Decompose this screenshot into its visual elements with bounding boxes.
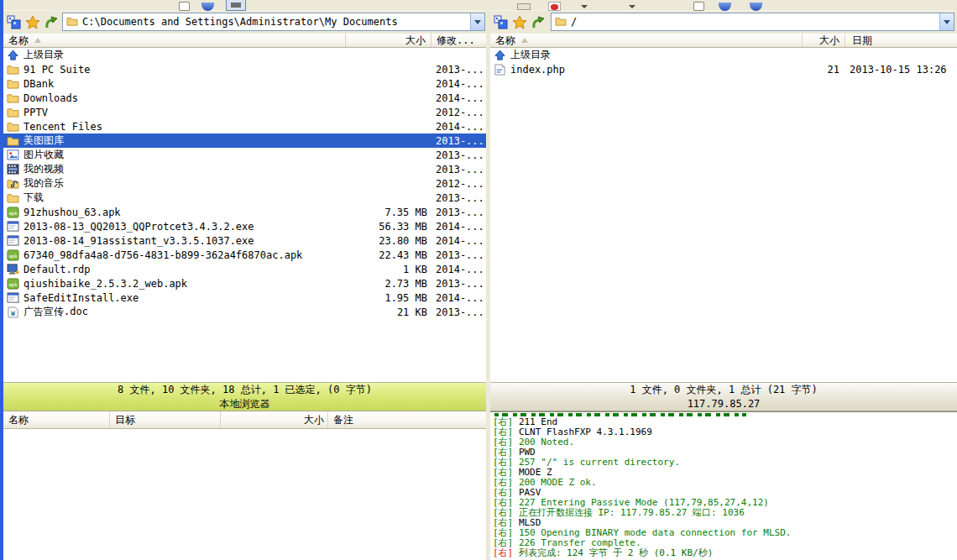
column-header-modified[interactable]: 修改...	[431, 34, 486, 47]
file-row[interactable]: 上级目录	[3, 48, 486, 62]
file-row[interactable]: DBank2014-...	[3, 76, 486, 91]
file-row[interactable]: 我的音乐2012-...	[3, 176, 486, 191]
queue-header-note[interactable]: 备注	[328, 411, 486, 428]
file-date: 2013-...	[436, 149, 486, 161]
file-row[interactable]: apk67340_98dfa4a8-d756-4831-b899-362a4f6…	[3, 248, 486, 262]
file-row[interactable]: 2013-08-13_QQ2013_QQProtcet3.4.3.2.exe56…	[3, 219, 486, 233]
file-size: 21 KB	[355, 306, 427, 318]
column-header-size[interactable]: 大小	[346, 34, 431, 47]
local-path[interactable]: C:\Documents and Settings\Administrator\…	[82, 16, 467, 28]
file-name: 67340_98dfa4a8-d756-4831-b899-362a4f6870…	[24, 249, 355, 261]
log-message: 正在打开数据连接 IP: 117.79.85.27 端口: 1036	[519, 507, 745, 518]
chevron-down-icon	[474, 20, 481, 24]
file-row[interactable]: apkqiushibaike_2.5.3.2_web.apk2.73 MB201…	[3, 276, 486, 290]
toolbar-button-pressed-partial[interactable]	[226, 0, 246, 11]
chevron-down-icon[interactable]	[629, 5, 635, 8]
file-size: 1.95 MB	[355, 292, 427, 304]
column-header-name[interactable]: 名称	[3, 34, 346, 47]
toolbar-button-partial-icon[interactable]	[750, 3, 762, 11]
file-row[interactable]: 上级目录	[490, 48, 957, 62]
queue-header-name[interactable]: 名称	[3, 411, 110, 428]
favorites-star-icon[interactable]	[25, 15, 40, 29]
exe-icon	[6, 234, 20, 247]
file-row[interactable]: 图片收藏2013-...	[3, 148, 486, 162]
file-row[interactable]: index.php212013-10-15 13:26	[490, 62, 957, 76]
file-row[interactable]: Tencent Files2014-...	[3, 119, 486, 133]
remote-status-host: 117.79.85.27	[490, 397, 957, 411]
file-name: 上级目录	[510, 48, 772, 62]
log-line: [右] 200 Noted.	[493, 437, 957, 447]
file-date: 2012-...	[436, 107, 486, 118]
remote-status-bar: 1 文件, 0 文件夹, 1 总计 (21 字节) 117.79.85.27	[490, 382, 957, 411]
file-date: 2014-...	[436, 221, 486, 233]
file-name: 广告宣传.doc	[24, 305, 355, 319]
transfer-queue-list[interactable]	[3, 429, 486, 560]
toolbar-button-partial-icon[interactable]	[548, 2, 561, 11]
local-browser-panel: C:\Documents and Settings\Administrator\…	[3, 11, 486, 560]
local-address-bar[interactable]: C:\Documents and Settings\Administrator\…	[62, 13, 485, 31]
file-date: 2013-...	[436, 249, 486, 261]
file-row[interactable]: Default.rdp1 KB2014-...	[3, 262, 486, 276]
file-date: 2013-...	[436, 164, 486, 175]
chevron-down-icon	[944, 20, 950, 24]
queue-header-size[interactable]: 大小	[221, 411, 328, 428]
file-row[interactable]: Downloads2014-...	[3, 91, 486, 105]
compare-icon[interactable]	[494, 15, 509, 29]
file-name: SafeEditInstall.exe	[24, 292, 355, 304]
toolbar-button-partial-icon[interactable]	[719, 3, 731, 11]
column-header-size[interactable]: 大小	[803, 34, 845, 47]
apk-icon: apk	[6, 277, 20, 290]
file-name: 下载	[24, 191, 355, 205]
up-directory-icon[interactable]	[44, 15, 59, 29]
ftp-log-panel[interactable]: [右] 211 End[右] CLNT FlashFXP 4.3.1.1969[…	[490, 411, 957, 560]
queue-header-target[interactable]: 目标	[110, 411, 221, 428]
log-channel-prefix: [右]	[493, 547, 519, 558]
toolbar-button-partial-icon[interactable]	[693, 2, 704, 11]
file-name: Default.rdp	[24, 264, 355, 275]
chevron-down-icon[interactable]	[581, 5, 588, 8]
file-size: 56.33 MB	[355, 221, 427, 233]
toolbar-button-partial-icon[interactable]	[179, 2, 190, 11]
file-row[interactable]: 下载2013-...	[3, 191, 486, 205]
up-directory-icon[interactable]	[531, 15, 546, 29]
exe-icon	[6, 220, 20, 233]
remote-path[interactable]: /	[571, 16, 936, 28]
address-dropdown-button[interactable]	[939, 13, 954, 30]
column-header-name[interactable]: 名称	[490, 34, 803, 47]
file-date: 2014-...	[436, 78, 486, 90]
remote-file-list: 上级目录index.php212013-10-15 13:26	[490, 48, 957, 382]
folder-icon	[6, 191, 20, 204]
file-row[interactable]: SafeEditInstall.exe1.95 MB2014-...	[3, 290, 486, 305]
favorites-star-icon[interactable]	[512, 15, 527, 29]
file-name: PPTV	[24, 107, 355, 118]
column-header-date[interactable]: 日期	[845, 34, 957, 47]
file-row[interactable]: PPTV2012-...	[3, 105, 486, 119]
file-name: qiushibaike_2.5.3.2_web.apk	[24, 278, 355, 290]
file-date: 2013-...	[436, 207, 486, 218]
file-name: index.php	[510, 64, 772, 76]
file-size: 21	[772, 64, 839, 76]
doc-icon: W	[6, 306, 20, 318]
file-size: 1 KB	[355, 264, 427, 275]
file-name: 91zhushou_63.apk	[24, 207, 355, 218]
address-dropdown-button[interactable]	[470, 13, 484, 30]
updir-icon	[493, 49, 507, 61]
file-row[interactable]: 91 PC Suite2013-...	[3, 62, 486, 76]
local-toolbar: C:\Documents and Settings\Administrator\…	[3, 11, 486, 34]
remote-status-counts: 1 文件, 0 文件夹, 1 总计 (21 字节)	[490, 383, 957, 397]
toolbar-button-partial-icon[interactable]	[201, 3, 214, 11]
file-row[interactable]: 我的视频2013-...	[3, 162, 486, 176]
compare-icon[interactable]	[7, 15, 22, 29]
file-name: 我的视频	[24, 162, 355, 176]
toolbar-button-partial-icon[interactable]	[517, 3, 531, 10]
remote-address-bar[interactable]: /	[551, 13, 954, 31]
log-line: [右] 200 MODE Z ok.	[493, 478, 957, 488]
file-row[interactable]: 2013-08-14_91assistant_v3.3.5.1037.exe23…	[3, 233, 486, 248]
file-row[interactable]: W广告宣传.doc21 KB2013-...	[3, 305, 486, 319]
file-row[interactable]: apk91zhushou_63.apk7.35 MB2013-...	[3, 205, 486, 219]
apk-icon: apk	[6, 206, 20, 218]
file-date: 2014-...	[436, 264, 486, 275]
file-row[interactable]: 美图图库2013-...	[3, 133, 486, 148]
file-name: 2013-08-13_QQ2013_QQProtcet3.4.3.2.exe	[24, 221, 355, 233]
log-line: [右] 列表完成: 124 字节 于 2 秒 (0.1 KB/秒)	[493, 548, 957, 558]
